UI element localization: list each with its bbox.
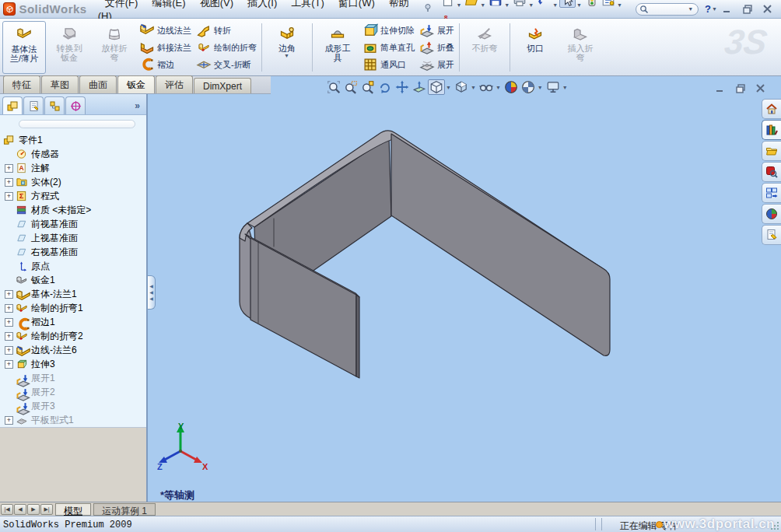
command-tab-5[interactable]: DimXpert (194, 78, 251, 93)
display-style-icon-dropdown[interactable]: ▼ (471, 85, 476, 90)
menu-item-3[interactable]: 插入(I) (240, 0, 284, 11)
tree-item-14[interactable]: +绘制的折弯2 (0, 329, 145, 343)
panel-splitter-collapse[interactable]: ◀◀◀ (148, 275, 156, 310)
search-box[interactable]: ▼ (636, 3, 699, 16)
tree-item-19[interactable]: 展开3 (0, 399, 145, 413)
tree-item-15[interactable]: +边线-法兰6 (0, 343, 145, 357)
tree-item-9[interactable]: 原点 (0, 259, 145, 273)
print-dropdown[interactable]: ▼ (528, 2, 534, 8)
select-arrow-dropdown[interactable]: ▼ (576, 2, 582, 8)
undo-dropdown[interactable]: ▼ (552, 2, 558, 8)
ribbon-simple-hole-button[interactable]: 简单直孔 (362, 39, 415, 56)
tree-expander-icon[interactable]: + (5, 290, 13, 299)
tree-item-12[interactable]: +绘制的折弯1 (0, 301, 145, 315)
hide-show-items-icon[interactable] (478, 79, 495, 95)
tree-item-18[interactable]: 展开2 (0, 385, 145, 399)
tree-expander-icon[interactable]: + (5, 318, 13, 327)
tree-expander-icon[interactable]: + (5, 178, 13, 187)
resize-grip[interactable] (770, 521, 779, 530)
tree-expander-icon[interactable]: + (5, 346, 13, 355)
help-button[interactable]: ? (705, 3, 711, 15)
ribbon-extruded-cut-button[interactable]: 拉伸切除 (362, 22, 415, 39)
new-document-dropdown[interactable]: ▼ (456, 2, 461, 8)
window-minimize-button[interactable] (719, 3, 736, 16)
hide-show-items-icon-dropdown[interactable]: ▼ (496, 85, 501, 90)
tree-expander-icon[interactable]: + (5, 164, 13, 173)
ribbon-convert-to-sheetmetal-button[interactable]: 转换到钣金 (47, 21, 91, 74)
tree-item-4[interactable]: +Σ方程式 (0, 189, 145, 203)
tree-item-16[interactable]: +拉伸3 (0, 357, 145, 371)
tree-expander-icon[interactable]: + (5, 192, 13, 201)
feature-filter-box[interactable] (19, 120, 135, 128)
taskpane-solidworks-resources-tab[interactable] (762, 99, 781, 119)
motion-vcr-button-3[interactable]: ▶| (40, 504, 53, 515)
ribbon-jog-button[interactable]: 转折 (196, 22, 257, 39)
ribbon-lofted-bend-button[interactable]: 放样折弯 (93, 21, 136, 74)
document-tab-1[interactable]: 运动算例 1 (93, 503, 156, 516)
ribbon-no-bends-button[interactable]: 不折弯 (463, 21, 506, 74)
view-settings-icon-dropdown[interactable]: ▼ (562, 85, 568, 90)
menu-item-4[interactable]: 工具(T) (284, 0, 331, 11)
ribbon-edge-flange-button[interactable]: 边线法兰 (139, 22, 191, 39)
rotate-view-icon[interactable] (376, 79, 394, 95)
tree-item-8[interactable]: 右视基准面 (0, 245, 145, 259)
menu-item-1[interactable]: 编辑(E) (145, 0, 192, 11)
graphics-viewport[interactable]: ▼▼▼▼▼ Y X Z *等轴测 ◀◀◀ (148, 76, 781, 502)
tree-item-3[interactable]: +实体(2) (0, 175, 145, 189)
motion-vcr-button-1[interactable]: ◀ (14, 504, 26, 515)
view-orientation-icon[interactable] (428, 79, 445, 95)
tab-feature-manager[interactable] (2, 96, 23, 114)
document-tab-0[interactable]: 模型 (55, 503, 91, 516)
tree-item-11[interactable]: +基体-法兰1 (0, 287, 145, 301)
tree-expander-icon[interactable]: + (5, 304, 13, 313)
motion-vcr-button-2[interactable]: ▶ (27, 504, 40, 515)
ribbon-sketched-bend-button[interactable]: 绘制的折弯 (196, 39, 257, 56)
command-tab-2[interactable]: 曲面 (79, 75, 117, 93)
pan-icon[interactable] (394, 79, 411, 95)
apply-scene-icon-dropdown[interactable]: ▼ (538, 85, 543, 90)
view-settings-icon[interactable] (545, 79, 562, 95)
command-tab-0[interactable]: 特征 (3, 75, 40, 93)
tree-expander-icon[interactable]: + (5, 360, 13, 369)
new-document-icon[interactable] (439, 0, 455, 8)
tree-item-1[interactable]: 传感器 (0, 147, 145, 161)
taskpane-solidworks-search-tab[interactable] (762, 162, 781, 182)
save-dropdown[interactable]: ▼ (504, 2, 510, 8)
taskpane-view-palette-tab[interactable] (762, 183, 781, 203)
command-tab-4[interactable]: 评估 (156, 75, 193, 93)
edit-appearance-icon[interactable] (503, 79, 520, 95)
tree-item-2[interactable]: +A注解 (0, 161, 145, 175)
motion-vcr-button-0[interactable]: |◀ (1, 504, 13, 515)
command-tab-3[interactable]: 钣金 (117, 75, 155, 93)
panel-expand-chevron[interactable]: » (135, 100, 140, 114)
open-icon[interactable] (463, 0, 479, 8)
tab-dimxpert-manager[interactable] (65, 96, 86, 114)
ribbon-cross-break-button[interactable]: 交叉-折断 (196, 56, 257, 73)
zoom-to-selection-icon[interactable] (359, 79, 376, 95)
zoom-to-area-icon[interactable] (342, 79, 359, 95)
window-close-button[interactable] (759, 3, 776, 16)
document-minimize-button[interactable] (714, 82, 727, 97)
ribbon-unfold-button[interactable]: 展开 (419, 22, 454, 39)
open-dropdown[interactable]: ▼ (480, 2, 485, 8)
tree-item-5[interactable]: 材质 <未指定> (0, 203, 145, 217)
section-view-icon[interactable] (411, 79, 428, 95)
menu-pin-icon[interactable] (423, 3, 433, 15)
ribbon-fold-button[interactable]: 折叠 (419, 39, 454, 56)
ribbon-flatten-button[interactable]: 展开 (419, 56, 454, 73)
ribbon-hem-button[interactable]: 褶边 (139, 56, 191, 73)
ribbon-rip-button[interactable]: 切口 (513, 21, 557, 74)
menu-item-5[interactable]: 窗口(W) (331, 0, 382, 11)
ribbon-forming-tool-button[interactable]: 成形工具 (316, 21, 359, 74)
zoom-to-fit-icon[interactable] (325, 79, 342, 95)
document-close-button[interactable] (755, 82, 767, 97)
options-list-dropdown[interactable]: ▼ (617, 2, 622, 8)
apply-scene-icon[interactable] (520, 79, 537, 95)
command-tab-1[interactable]: 草图 (41, 75, 79, 93)
taskpane-appearances-scenes-tab[interactable] (762, 204, 781, 224)
tree-expander-icon[interactable]: + (5, 332, 13, 341)
print-icon[interactable] (511, 0, 527, 8)
ribbon-insert-bends-button[interactable]: 插入折弯 (559, 21, 602, 74)
view-orientation-icon-dropdown[interactable]: ▼ (446, 85, 451, 90)
tree-item-7[interactable]: 上视基准面 (0, 231, 145, 245)
